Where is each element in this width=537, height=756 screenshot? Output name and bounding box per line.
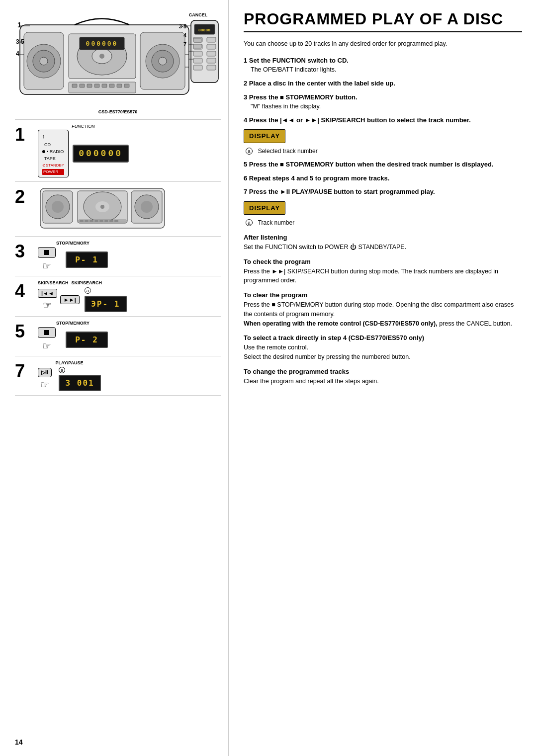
hand-step3: ☞ <box>42 260 51 272</box>
display-label-7: Track number <box>258 219 295 226</box>
svg-point-12 <box>99 54 104 59</box>
skip-back-btn: |◄◄ <box>38 289 57 298</box>
left-step-7-num: 7 <box>15 362 34 380</box>
clear-program-body1: Press the ■ STOP/MEMORY button during st… <box>244 300 522 319</box>
svg-text:88888: 88888 <box>198 28 210 32</box>
svg-rect-64 <box>85 220 89 222</box>
svg-rect-14 <box>72 84 77 87</box>
check-program-body: Press the ►►| SKIP/SEARCH button during … <box>244 267 522 286</box>
clear-program-bold: When operating with the remote control (… <box>244 320 438 327</box>
svg-rect-21 <box>124 84 129 87</box>
circle-a-7: a <box>246 219 253 226</box>
hand-step5: ☞ <box>42 340 51 352</box>
clear-program-title: To clear the program <box>244 291 522 299</box>
display-box-step4: DISPLAY <box>244 129 285 143</box>
svg-rect-43 <box>193 51 202 56</box>
clear-program-body2: When operating with the remote control (… <box>244 319 522 329</box>
left-step-3-content: STOP/MEMORY ☞ P- 1 <box>38 241 221 272</box>
svg-point-4 <box>40 57 48 65</box>
hand-step4a: ☞ <box>43 299 52 311</box>
step-1-sub: The OPE/BATT indicator lights. <box>251 65 522 75</box>
step-5: 5 Press the ■ STOP/MEMORY button when th… <box>244 160 522 169</box>
step-7: 7 Press the ►II PLAY/PAUSE button to sta… <box>244 187 522 228</box>
intro-text: You can choose up to 20 tracks in any de… <box>244 39 522 49</box>
svg-text:3·5: 3·5 <box>16 38 24 45</box>
step3-display: P- 1 <box>66 252 108 268</box>
play-pause-btn: ▷II <box>38 368 52 377</box>
left-step-7: 7 PLAY/PAUSE ▷II ☞ a 3 001 <box>15 356 221 396</box>
left-step-4-content: SKIP/SEARCH SKIP/SEARCH |◄◄ ☞ ►►| <box>38 280 221 312</box>
page-number: 14 <box>15 738 23 746</box>
step5-display: P- 2 <box>66 332 108 348</box>
svg-rect-65 <box>90 220 93 222</box>
svg-rect-67 <box>99 220 103 222</box>
svg-text:1: 1 <box>17 21 21 29</box>
hand-step7: ☞ <box>40 379 49 391</box>
step-3: 3 Press the ■ STOP/MEMORY button. "M" fl… <box>244 92 522 111</box>
display-label-4: Selected track number <box>258 148 318 155</box>
step-1: 1 Set the FUNCTION switch to CD. The OPE… <box>244 56 522 75</box>
left-step-2-content <box>38 186 221 232</box>
svg-text:000000: 000000 <box>86 40 118 48</box>
left-step-3: 3 STOP/MEMORY ☞ P- 1 <box>15 237 221 276</box>
play-pause-illus: PLAY/PAUSE ▷II ☞ a 3 001 <box>38 360 101 391</box>
left-step-4: 4 SKIP/SEARCH SKIP/SEARCH |◄◄ ☞ ►►| <box>15 276 221 317</box>
svg-rect-46 <box>207 58 216 63</box>
remote-diagram: CANCEL 3·5 4 7 88888 <box>179 12 221 84</box>
stop-square-icon <box>44 250 49 255</box>
left-panel: 000000 1 2 3·5 4 7 4 CANCEL <box>0 0 229 756</box>
change-tracks-title: To change the programmed tracks <box>244 368 522 375</box>
step7-display: 3 001 <box>59 375 101 391</box>
cancel-label: CANCEL <box>189 12 208 17</box>
left-step-1: 1 FUNCTION ↑ CD • RADIO TAPE ⊘STANDBY PO… <box>15 120 221 182</box>
step-4-main: Press the |◄◄ or ►►| SKIP/SEARCH button … <box>249 116 471 124</box>
step-5-main: Press the ■ STOP/MEMORY button when the … <box>249 161 494 168</box>
remote-svg: 88888 <box>188 19 221 84</box>
svg-rect-20 <box>117 84 122 87</box>
clear-program-body2-text: press the CANCEL button. <box>439 320 512 327</box>
step-6-main: Repeat steps 4 and 5 to program more tra… <box>249 174 389 182</box>
svg-rect-44 <box>207 51 216 56</box>
stop-btn-group: ☞ <box>38 247 56 272</box>
function-switch-illus: FUNCTION ↑ CD • RADIO TAPE ⊘STANDBY POWE… <box>38 124 129 177</box>
model-label: CSD-ES770/ES570 <box>15 109 221 114</box>
svg-rect-18 <box>102 84 107 87</box>
step-1-main: Set the FUNCTION switch to CD. <box>249 57 349 64</box>
circle-a-4: a <box>246 148 253 155</box>
circle-a-step4: a <box>85 287 91 294</box>
left-step-5: 5 STOP/MEMORY ☞ P- 2 <box>15 317 221 356</box>
svg-point-73 <box>141 201 153 213</box>
svg-rect-42 <box>207 44 216 49</box>
cd-tray-illus <box>38 186 167 232</box>
svg-rect-63 <box>80 220 84 222</box>
step-3-main: Press the ■ STOP/MEMORY button. <box>249 93 358 101</box>
svg-rect-16 <box>87 84 92 87</box>
left-step-1-num: 1 <box>15 126 34 144</box>
step-7-main: Press the ►II PLAY/PAUSE button to start… <box>249 188 435 195</box>
top-device-diagram: 000000 1 2 3·5 4 7 4 CANCEL <box>15 10 221 120</box>
left-step-4-num: 4 <box>15 282 34 300</box>
after-listening-title: After listening <box>244 234 522 241</box>
stop-memory2-illus: STOP/MEMORY ☞ P- 2 <box>38 321 108 352</box>
svg-rect-19 <box>109 84 114 87</box>
svg-rect-69 <box>109 220 113 222</box>
circle-a-step7: a <box>59 367 65 373</box>
stop-button-rect <box>38 247 56 258</box>
svg-rect-66 <box>94 220 98 222</box>
remote-labels: 3·5 4 7 <box>179 23 186 47</box>
svg-rect-49 <box>193 38 201 42</box>
step-6: 6 Repeat steps 4 and 5 to program more t… <box>244 173 522 183</box>
step1-display: 000000 <box>73 145 129 163</box>
display-box-step7: DISPLAY <box>244 201 285 215</box>
check-program-title: To check the program <box>244 258 522 265</box>
function-label: FUNCTION <box>72 124 95 129</box>
left-step-3-num: 3 <box>15 243 34 260</box>
function-switch-box: ↑ CD • RADIO TAPE ⊘STANDBY POWER <box>38 130 69 177</box>
left-step-2: 2 <box>15 182 221 237</box>
svg-rect-50 <box>193 44 201 48</box>
svg-rect-45 <box>193 58 202 63</box>
svg-text:4: 4 <box>16 50 19 57</box>
svg-point-8 <box>159 57 167 65</box>
after-listening-body: Set the FUNCTION switch to POWER ⏻ STAND… <box>244 243 522 252</box>
svg-point-57 <box>52 201 64 213</box>
